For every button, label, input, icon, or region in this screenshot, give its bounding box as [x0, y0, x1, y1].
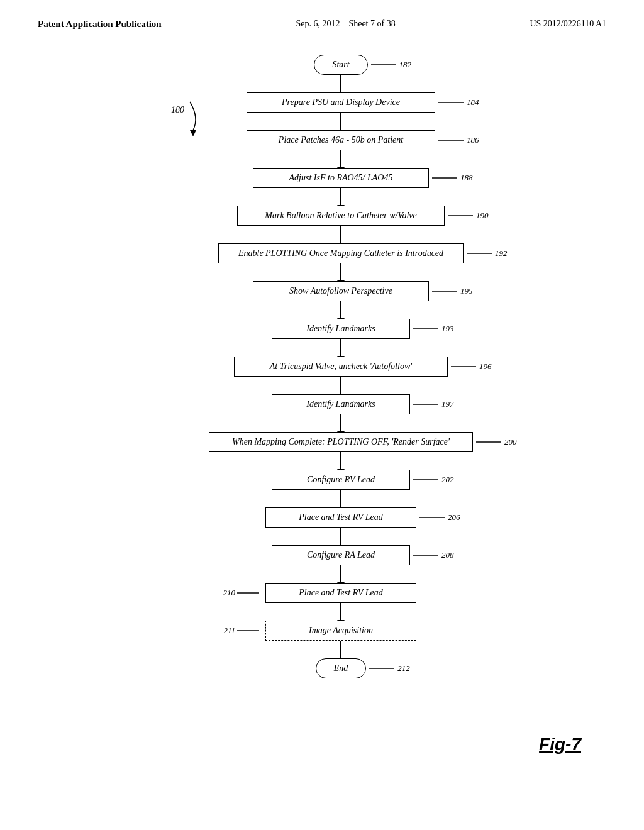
arrow-210-211 [340, 603, 341, 621]
box-193: Identify Landmarks [272, 319, 410, 339]
ref-196-line [451, 360, 479, 373]
ref-184-line [438, 96, 467, 109]
ref-206-container: 206 [419, 511, 460, 524]
arrow-188-190 [340, 188, 341, 206]
ref-210: 210 [223, 588, 236, 598]
arrow-184-186 [340, 113, 341, 130]
box-end: End [316, 658, 367, 678]
ref-197: 197 [441, 399, 454, 409]
page: Patent Application Publication Sep. 6, 2… [0, 0, 644, 830]
ref-208: 208 [441, 550, 454, 560]
ref-180-arrow [177, 96, 215, 146]
ref-186: 186 [467, 135, 479, 145]
arrow-186-188 [340, 150, 341, 168]
ref-212-container: 212 [369, 662, 410, 675]
date-label: Sep. 6, 2012 [296, 19, 340, 28]
ref-196-container: 196 [451, 360, 492, 373]
step-195: Show Autofollow Perspective 195 [253, 281, 429, 319]
step-212: End 212 [316, 658, 367, 678]
ref-192-line [467, 247, 495, 260]
svg-marker-0 [190, 130, 196, 136]
arrow-202-206 [340, 490, 341, 507]
step-196: At Tricuspid Valve, uncheck 'Autofollow'… [234, 357, 448, 394]
step-188: Adjust IsF to RAO45/ LAO45 188 [253, 168, 429, 206]
ref-195-line [432, 285, 460, 297]
ref-186-container: 186 [438, 134, 479, 147]
box-202: Configure RV Lead [272, 470, 410, 490]
box-206: Place and Test RV Lead [265, 507, 416, 528]
ref-184: 184 [467, 97, 479, 108]
arrow-208-210 [340, 565, 341, 583]
arrow-197-200 [340, 414, 341, 432]
ref-202-line [413, 473, 441, 486]
publication-label: Patent Application Publication [38, 19, 162, 29]
flowchart: 180 Start 182 [38, 55, 606, 678]
ref-192-container: 192 [467, 247, 508, 260]
ref-200-container: 200 [476, 436, 517, 448]
step-182: Start 182 [314, 55, 367, 92]
step-197: Identify Landmarks 197 [272, 394, 410, 432]
ref-211-container-left: 211 [223, 624, 262, 637]
ref-182: 182 [399, 60, 412, 70]
step-206: Place and Test RV Lead 206 [265, 507, 416, 545]
ref-206: 206 [448, 512, 460, 523]
ref-202-container: 202 [413, 473, 454, 486]
ref-182-container: 182 [371, 58, 412, 71]
step-208: Configure RA Lead 208 [272, 545, 410, 583]
box-210: Place and Test RV Lead [265, 583, 416, 603]
step-210: 210 Place and Test RV Lead [265, 583, 416, 621]
box-200: When Mapping Complete: PLOTTING OFF, 'Re… [209, 432, 473, 452]
box-197: Identify Landmarks [272, 394, 410, 414]
arrow-193-196 [340, 339, 341, 357]
arrow-200-202 [340, 452, 341, 470]
ref-195-container: 195 [432, 285, 473, 297]
ref-212: 212 [397, 663, 410, 673]
step-193: Identify Landmarks 193 [272, 319, 410, 357]
ref-193-container: 193 [413, 323, 454, 335]
arrow-195-193 [340, 301, 341, 319]
step-184: Prepare PSU and Display Device 184 [247, 92, 435, 130]
ref-210-line-left [237, 587, 262, 599]
box-195: Show Autofollow Perspective [253, 281, 429, 301]
step-202: Configure RV Lead 202 [272, 470, 410, 507]
box-211: Image Acquisition [265, 621, 416, 641]
arrow-192-195 [340, 263, 341, 281]
ref-192: 192 [495, 248, 508, 258]
ref-197-container: 197 [413, 398, 454, 411]
arrow-190-192 [340, 226, 341, 243]
step-186: Place Patches 46a - 50b on Patient 186 [247, 130, 435, 168]
ref-182-line [371, 58, 399, 71]
arrow-206-208 [340, 528, 341, 545]
ref-190: 190 [476, 211, 489, 221]
box-196: At Tricuspid Valve, uncheck 'Autofollow' [234, 357, 448, 377]
ref-193-line [413, 323, 441, 335]
header-left: Patent Application Publication [38, 19, 162, 30]
arrow-196-197 [340, 377, 341, 394]
arrow-182-184 [340, 75, 341, 92]
ref-211: 211 [223, 626, 235, 636]
ref-188-line [432, 172, 460, 184]
fig-label: Fig-7 [539, 734, 581, 755]
patent-number: US 2012/0226110 A1 [530, 19, 606, 28]
box-208: Configure RA Lead [272, 545, 410, 565]
ref-195: 195 [460, 286, 473, 296]
header-center: Sep. 6, 2012 Sheet 7 of 38 [296, 19, 395, 29]
ref-211-line-left [237, 624, 262, 637]
header-right: US 2012/0226110 A1 [530, 19, 606, 29]
ref-206-line [419, 511, 448, 524]
ref-188-container: 188 [432, 172, 473, 184]
ref-208-line [413, 549, 441, 562]
ref-190-line [448, 209, 476, 222]
step-190: Mark Balloon Relative to Catheter w/Valv… [237, 206, 445, 243]
ref-202: 202 [441, 475, 454, 485]
ref-200: 200 [504, 437, 517, 447]
ref-188: 188 [460, 173, 473, 183]
ref-197-line [413, 398, 441, 411]
box-186: Place Patches 46a - 50b on Patient [247, 130, 435, 150]
ref-200-line [476, 436, 504, 448]
ref-193: 193 [441, 324, 454, 334]
ref-190-container: 190 [448, 209, 489, 222]
step-192: Enable PLOTTING Once Mapping Catheter is… [218, 243, 464, 281]
ref-210-container-left: 210 [223, 587, 263, 599]
ref-196: 196 [479, 362, 492, 372]
